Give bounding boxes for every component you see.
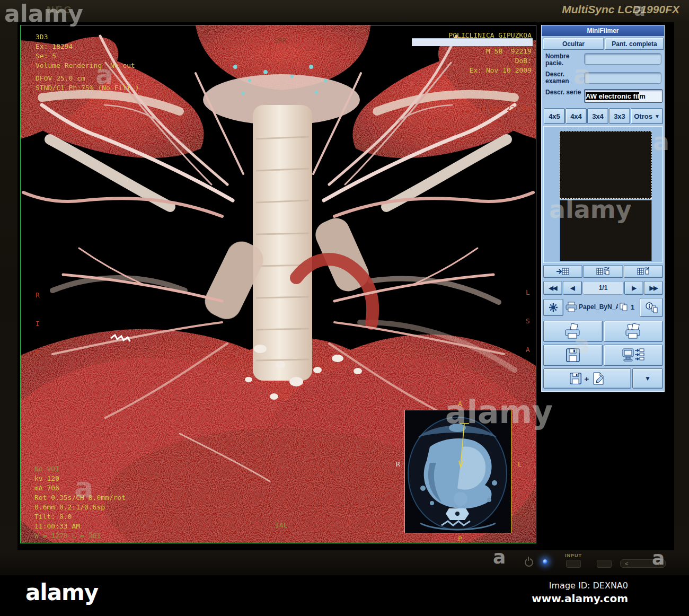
print-all-films-button[interactable] — [604, 321, 663, 342]
plus-sign: + — [585, 374, 589, 383]
patient-name-anonymized-bar — [412, 38, 533, 46]
kv-value: kv 120 — [34, 474, 59, 482]
rocker-left-arrow: < — [625, 560, 628, 567]
patient-name-label: Nombre pacie. — [545, 53, 582, 67]
series-desc-label: Descr. serie — [545, 89, 582, 96]
layout-3x4-button[interactable]: 3x4 — [587, 108, 608, 124]
selected-text: AW electronic fil — [586, 92, 639, 100]
tilt-value: Tilt: 0.0 — [34, 513, 72, 521]
next-page-button[interactable]: ▶ — [624, 281, 643, 295]
series-desc-input[interactable]: AW electronic film — [584, 89, 662, 103]
chevron-down-icon: ▼ — [655, 113, 660, 119]
layout-4x5-button[interactable]: 4x5 — [544, 108, 565, 124]
dfov-overlay: DFOV 25.0 cm STND/C1 Ph:75% (No Filt.) — [36, 74, 139, 93]
fullscreen-button[interactable]: Pant. completa — [605, 38, 664, 50]
save-and-compose-button[interactable]: + — [543, 368, 631, 389]
copy-image-to-film-button[interactable] — [624, 265, 663, 278]
power-led — [543, 559, 547, 564]
patient-name-input[interactable] — [584, 53, 661, 65]
inset-orientation-top: A — [458, 400, 462, 408]
ma-value: mA 706 — [34, 484, 59, 492]
copy-series-to-film-button[interactable] — [583, 265, 623, 278]
monitor-model: MultiSync LCD1990FX — [562, 3, 679, 16]
film-page[interactable] — [560, 200, 652, 261]
series-number: Se: 5 — [36, 52, 56, 60]
orientation-letter: A — [526, 345, 536, 355]
copies-count: 1 — [631, 303, 634, 311]
printer-single-page-icon — [562, 323, 584, 339]
unselected-text: m — [639, 92, 646, 100]
others-label: Otros — [634, 112, 652, 120]
input-button-label: INPUT — [565, 553, 582, 558]
send-to-film-button[interactable] — [543, 265, 582, 278]
inset-orientation-left: R — [396, 460, 400, 468]
save-film-button[interactable] — [543, 345, 603, 366]
print-film-button[interactable] — [543, 321, 603, 342]
exam-number: Ex: 18294 — [36, 42, 73, 50]
rocker-right-arrow: > — [658, 560, 661, 567]
info-pages-icon — [645, 302, 658, 313]
hide-button[interactable]: Ocultar — [543, 38, 604, 50]
film-pages-icon — [596, 267, 610, 276]
technique-overlay: No VOI kv 120 mA 706 Rot 0.35s/CH 8.0mm/… — [34, 464, 126, 541]
recon-filter: STND/C1 Ph:75% (No Filt.) — [36, 84, 139, 92]
floppy-disk-icon — [566, 348, 580, 363]
printer-settings-button[interactable] — [543, 299, 563, 316]
stock-photo-bar: alamy Image ID: DEXNA0 www.alamy.com — [0, 575, 689, 616]
dfov-value: DFOV 25.0 cm — [36, 74, 85, 82]
pages-icon — [619, 302, 629, 312]
rendering-mode: Volume Rendering No cut — [36, 61, 135, 69]
view-angle: O L 4 RAO 22 CRA — [465, 104, 532, 113]
orientation-letter: S — [526, 316, 536, 326]
power-button — [525, 558, 533, 567]
inset-orientation-bottom: P — [458, 535, 462, 543]
minifilmer-panel: MiniFilmer Ocultar Pant. completa Nombre… — [542, 25, 664, 391]
film-page-selected[interactable] — [560, 131, 652, 199]
export-button[interactable] — [604, 345, 663, 366]
minifilmer-titlebar: MiniFilmer — [542, 25, 664, 36]
last-page-button[interactable]: ▶▶ — [644, 281, 663, 295]
modality-label: 3D3 — [36, 33, 48, 41]
axial-ct-slice — [404, 410, 511, 533]
annotate-page-icon — [591, 372, 605, 385]
layout-4x4-button[interactable]: 4x4 — [566, 108, 587, 124]
orientation-right: L S A — [526, 269, 536, 374]
axial-reference-inset[interactable] — [404, 410, 511, 533]
adjust-rocker: < > — [620, 559, 666, 568]
layout-others-button[interactable]: Otros▼ — [631, 108, 663, 124]
previous-page-button[interactable]: ◀ — [563, 281, 582, 295]
printer-info-button[interactable] — [640, 298, 663, 317]
layout-3x3-button[interactable]: 3x3 — [609, 108, 630, 124]
exam-desc-input[interactable] — [584, 72, 661, 84]
slice-value: 0.6mm 0.2:1/0.6sp — [34, 503, 105, 511]
monitor-photo: NEC MultiSync LCD1990FX — [0, 0, 689, 616]
orientation-letter: P — [36, 348, 69, 357]
printer-multi-page-icon — [623, 323, 644, 339]
alamy-logo: alamy — [25, 579, 98, 605]
orientation-letter: L — [526, 288, 536, 297]
volume-rendering-viewport[interactable]: 3D3 Ex: 18294 Se: 5 Volume Rendering No … — [20, 25, 536, 543]
computer-export-icon — [622, 347, 645, 363]
gear-icon — [549, 303, 558, 312]
orientation-letter: I — [36, 319, 69, 329]
dob-label: DoB: — [515, 57, 532, 65]
rotation-value: Rot 0.35s/CH 8.0mm/rot — [34, 494, 126, 501]
printer-name: Papel_ByN_A — [579, 303, 618, 311]
window-level: W = 1270 L = 361 — [34, 532, 101, 540]
scout-label: SPR — [274, 36, 286, 46]
orientation-letter: R — [36, 291, 69, 300]
more-options-button[interactable]: ▼ — [632, 368, 663, 389]
exam-date: Ex: Nov 10 2009 — [470, 66, 532, 74]
printer-icon — [565, 301, 578, 313]
ial-label: IAL — [275, 521, 287, 530]
page-indicator: 1/1 — [582, 281, 624, 295]
exam-desc-label: Descr. examen — [545, 71, 582, 85]
film-page-icon — [637, 267, 650, 276]
monitor-brand: NEC — [47, 4, 73, 16]
first-page-button[interactable]: ◀◀ — [543, 281, 562, 295]
orientation-left: R I P — [36, 271, 69, 376]
menu-button — [597, 560, 612, 568]
patient-overlay: M 58 92219 DoB: Ex: Nov 10 2009 — [470, 47, 532, 75]
voi-label: No VOI — [34, 465, 59, 473]
arrow-to-film-icon — [556, 268, 570, 275]
